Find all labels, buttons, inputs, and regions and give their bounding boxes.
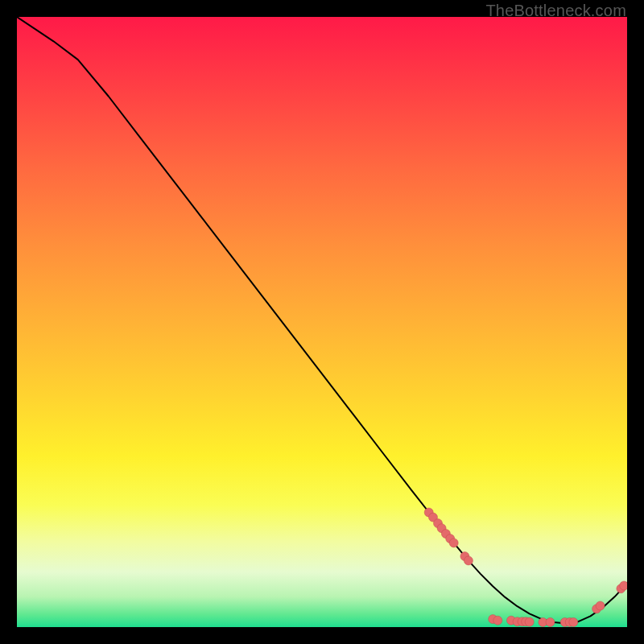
watermark-text: TheBottleneck.com xyxy=(485,2,626,20)
chart-frame: { "watermark": "TheBottleneck.com", "col… xyxy=(0,0,644,644)
plot-area xyxy=(17,17,627,627)
